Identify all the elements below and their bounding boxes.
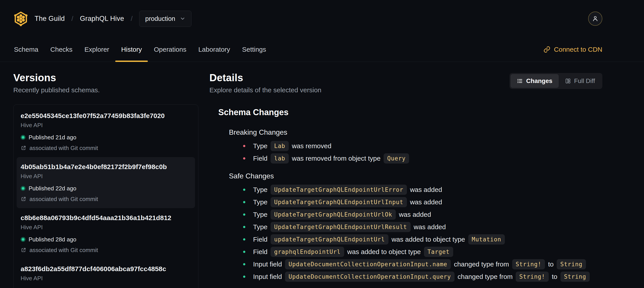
schema-change-text: TypeLabwas removed (252, 141, 333, 151)
tab-settings[interactable]: Settings (236, 37, 272, 62)
change-text: to (548, 260, 554, 268)
change-code-chip: String (560, 271, 590, 282)
tab-explorer[interactable]: Explorer (78, 37, 115, 62)
breadcrumb-project[interactable]: GraphQL Hive (80, 15, 124, 23)
connect-to-cdn-button[interactable]: Connect to CDN (544, 37, 602, 62)
published-dot-icon (20, 135, 26, 140)
change-text: changed type from (458, 273, 512, 280)
schema-changes-title: Schema Changes (218, 108, 602, 117)
change-code-chip: UpdateTargetGraphQLEndpointUrlInput (270, 197, 407, 207)
change-text: changed type from (454, 260, 509, 268)
schema-changes-section: Schema Changes Breaking Changes TypeLabw… (218, 108, 602, 282)
full-diff-view-button[interactable]: Full Diff (559, 74, 601, 88)
version-hash: e2e55045345ce13fe07f52a77459b83fa3fe7020 (20, 112, 191, 120)
full-diff-view-label: Full Diff (574, 77, 595, 85)
main-content: Versions Recently published schemas. e2e… (0, 62, 644, 288)
schema-change-text: FieldgraphqlEndpointUrlwas added to obje… (252, 247, 455, 257)
tab-label: History (121, 46, 142, 53)
version-published: Published 21d ago (28, 134, 76, 141)
version-published-row: Published 28d ago (20, 236, 191, 243)
change-text: was added (410, 186, 442, 193)
breadcrumb: The Guild / GraphQL Hive / (34, 15, 132, 23)
version-item[interactable]: c8b6e88a06793b9c4dfd54aaa21b36a1b421d812… (16, 208, 195, 259)
change-code-chip: String (557, 259, 586, 269)
active-tab-underline (115, 61, 148, 62)
change-text: was added to object type (347, 248, 421, 256)
change-text: was added (414, 223, 446, 231)
change-code-chip: UpdateTargetGraphQLEndpointUrlOk (270, 209, 396, 220)
change-code-chip: updateTargetGraphQLEndpointUrl (270, 234, 388, 244)
environment-selector[interactable]: production (139, 11, 191, 27)
schema-change-text: Fieldlabwas removed from object typeQuer… (252, 153, 411, 164)
schema-change-row: TypeLabwas removed (218, 141, 602, 151)
environment-selector-value: production (145, 15, 175, 23)
version-item[interactable]: e2e55045345ce13fe07f52a77459b83fa3fe7020… (16, 106, 195, 157)
breadcrumb-org[interactable]: The Guild (34, 15, 65, 23)
tab-label: Laboratory (198, 46, 230, 53)
details-title: Details (210, 72, 321, 84)
change-code-chip: Lab (270, 141, 289, 151)
change-text: was added (410, 198, 442, 206)
change-code-chip: String! (516, 271, 549, 282)
change-code-chip: Mutation (468, 234, 505, 244)
details-header: Details Explore details of the selected … (210, 72, 602, 94)
breadcrumb-separator: / (71, 15, 73, 23)
graphql-hive-page: The Guild / GraphQL Hive / production Sc… (0, 0, 644, 288)
tab-laboratory[interactable]: Laboratory (192, 37, 236, 62)
user-avatar-button[interactable] (588, 12, 602, 26)
version-service: Hive API (20, 122, 191, 129)
schema-change-text: TypeUpdateTargetGraphQLEndpointUrlErrorw… (252, 185, 444, 195)
version-hash: 4b05ab51b1b4a7e2e4b0ef82172f2b9f7ef98c0b (20, 163, 191, 171)
tab-label: Operations (154, 46, 186, 53)
change-text: Field (253, 236, 268, 243)
external-link-icon (20, 196, 26, 202)
hive-logo-icon (13, 11, 28, 26)
change-text: Input field (253, 260, 282, 268)
details-subtitle: Explore details of the selected version (210, 86, 321, 94)
versions-subtitle: Recently published schemas. (13, 86, 198, 94)
published-dot-icon (20, 237, 26, 242)
tab-history[interactable]: History (115, 37, 148, 62)
primary-nav: Schema Checks Explorer History Operation… (0, 37, 644, 62)
connect-to-cdn-label: Connect to CDN (554, 46, 602, 53)
change-text: was removed from object type (292, 155, 380, 162)
version-item[interactable]: a823f6db2a55df877dcf406006abca97fcc4858c… (16, 259, 195, 288)
tab-checks[interactable]: Checks (44, 37, 78, 62)
change-code-chip: lab (270, 153, 289, 164)
version-hash: c8b6e88a06793b9c4dfd54aaa21b36a1b421d812 (20, 214, 191, 222)
safe-changes-list: TypeUpdateTargetGraphQLEndpointUrlErrorw… (218, 185, 602, 282)
external-link-icon (20, 247, 26, 253)
chevron-down-icon (180, 16, 186, 22)
version-item[interactable]: 4b05ab51b1b4a7e2e4b0ef82172f2b9f7ef98c0b… (16, 157, 195, 208)
changes-view-button[interactable]: Changes (510, 74, 558, 88)
nav-tabs: Schema Checks Explorer History Operation… (8, 37, 272, 62)
change-text: was added (399, 211, 431, 218)
breaking-changes-title: Breaking Changes (229, 128, 602, 136)
change-text: was removed (292, 142, 331, 150)
details-heading-block: Details Explore details of the selected … (210, 72, 321, 94)
columns-icon (565, 78, 571, 84)
change-code-chip: Target (424, 247, 453, 257)
version-git-row[interactable]: associated with Git commit (20, 145, 191, 151)
schema-change-text: TypeUpdateTargetGraphQLEndpointUrlInputw… (252, 197, 444, 207)
version-published: Published 28d ago (28, 236, 76, 243)
change-code-chip: graphqlEndpointUrl (270, 247, 344, 257)
version-git-association: associated with Git commit (30, 145, 98, 151)
version-git-row[interactable]: associated with Git commit (20, 196, 191, 202)
version-published: Published 40d ago (28, 287, 76, 288)
schema-change-text: Input fieldUpdateDocumentCollectionOpera… (252, 271, 591, 282)
tab-label: Checks (50, 46, 72, 53)
tab-operations[interactable]: Operations (148, 37, 192, 62)
version-git-row[interactable]: associated with Git commit (20, 247, 191, 253)
safe-changes-title: Safe Changes (229, 172, 602, 180)
person-icon (592, 15, 599, 22)
change-text: Input field (253, 273, 282, 280)
schema-change-text: TypeUpdateTargetGraphQLEndpointUrlResult… (252, 222, 448, 232)
bullet-dot-icon (243, 263, 245, 265)
schema-change-row: Input fieldUpdateDocumentCollectionOpera… (218, 271, 602, 282)
change-code-chip: UpdateTargetGraphQLEndpointUrlResult (270, 222, 411, 232)
schema-change-row: TypeUpdateTargetGraphQLEndpointUrlErrorw… (218, 185, 602, 195)
change-text: Type (253, 223, 268, 231)
change-text: Type (253, 186, 268, 193)
tab-schema[interactable]: Schema (8, 37, 44, 62)
